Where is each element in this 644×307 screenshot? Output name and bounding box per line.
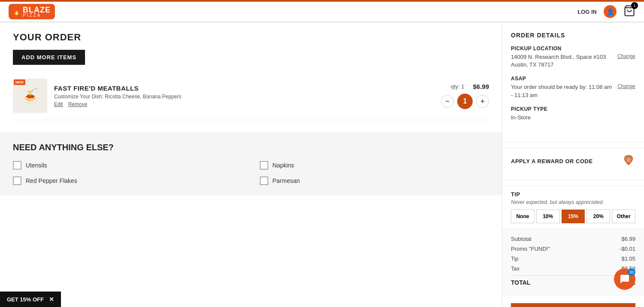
asap-row: Your order should be ready by: 11:08 am … [511,83,635,99]
napkins-checkbox[interactable] [260,161,268,170]
tip-summary-value: $1.05 [621,255,635,262]
increase-qty-button[interactable]: + [476,95,489,108]
tip-section: TIP Never expected, but always appreciat… [502,185,644,228]
parmesan-checkbox[interactable] [260,176,268,185]
tip-note: Never expected, but always appreciated. [511,199,635,205]
utensils-label: Utensils [26,162,47,169]
subtotal-row: Subtotal $6.99 [511,236,635,242]
edit-link[interactable]: Edit [54,101,63,107]
pickup-location-row: 14009 N. Research Blvd., Space #103 Aust… [511,53,635,69]
item-name: FAST FIRE'D MEATBALLS [54,85,434,92]
order-details-title: ORDER DETAILS [511,32,635,39]
tip-other-button[interactable]: Other [612,210,635,223]
header-right: LOG IN 👤 1 [577,5,635,18]
tip-20-button[interactable]: 20% [586,210,610,223]
cart-badge: 1 [631,2,638,9]
bottom-promo: GET 15% OFF ✕ [0,292,61,307]
red-pepper-label: Red Pepper Flakes [26,177,77,184]
your-order-section: YOUR ORDER ADD MORE ITEMS 🍝 NEW FAST FIR… [0,23,502,129]
tip-15-button[interactable]: 15% [562,210,585,223]
pickup-location-value: 14009 N. Research Blvd., Space #103 Aust… [511,53,614,69]
order-item: 🍝 NEW FAST FIRE'D MEATBALLS Customize Yo… [13,72,489,120]
extras-grid: Utensils Napkins Red Pepper Flakes Parme… [13,161,489,185]
need-anything-title: NEED ANYTHING ELSE? [13,143,489,152]
reward-icon [622,153,635,170]
flame-icon: 🔥 [13,8,20,15]
qty-controls: − 1 + [441,94,489,109]
tip-10-button[interactable]: 10% [536,210,560,223]
tip-label: TIP [511,191,635,198]
tax-row: Tax $0.58 [511,265,635,272]
asap-value: Your order should be ready by: 11:08 am … [511,83,614,99]
item-customize: Customize Your Dish: Ricotta Cheese, Ban… [54,94,434,100]
decrease-qty-button[interactable]: − [441,95,454,108]
asap-label: ASAP [511,76,635,82]
add-more-items-button[interactable]: ADD MORE ITEMS [13,50,85,65]
pickup-type-value: In-Store [511,114,635,122]
your-order-title: YOUR ORDER [13,32,489,43]
extra-utensils: Utensils [13,161,243,170]
tip-none-button[interactable]: None [511,210,535,223]
qty-number: 1 [457,94,473,109]
promo-value: -$0.01 [620,246,635,252]
item-qty-label: qty: 1 [451,83,465,90]
pickup-location-group: PICKUP LOCATION 14009 N. Research Blvd.,… [511,46,635,69]
parmesan-label: Parmesan [273,177,300,184]
promo-row: Promo "FUND!" -$0.01 [511,246,635,252]
right-panel: ORDER DETAILS PICKUP LOCATION 14009 N. R… [502,23,644,307]
user-icon[interactable]: 👤 [604,5,617,18]
item-details: FAST FIRE'D MEATBALLS Customize Your Dis… [54,85,434,107]
asap-group: ASAP Your order should be ready by: 11:0… [511,76,635,99]
utensils-checkbox[interactable] [13,161,21,170]
need-anything-section: NEED ANYTHING ELSE? Utensils Napkins Red… [0,132,502,195]
red-pepper-checkbox[interactable] [13,176,21,185]
cart-button[interactable]: 1 [623,5,635,18]
new-badge: NEW [14,79,25,85]
extra-red-pepper: Red Pepper Flakes [13,176,243,185]
item-qty-price: qty: 1 $6.99 − 1 + [441,83,489,109]
subtotal-label: Subtotal [511,236,532,242]
tip-options: None 10% 15% 20% Other [511,210,635,223]
extra-napkins: Napkins [260,161,489,170]
tip-row: Tip $1.05 [511,255,635,262]
login-button[interactable]: LOG IN [577,9,597,15]
pickup-location-label: PICKUP LOCATION [511,46,635,52]
tip-summary-label: Tip [511,255,519,262]
item-image: 🍝 NEW [13,79,47,113]
chat-badge: 30 [628,268,635,276]
napkins-label: Napkins [273,162,295,169]
tax-label: Tax [511,265,519,272]
order-details-section: ORDER DETAILS PICKUP LOCATION 14009 N. R… [502,23,644,137]
promo-close-button[interactable]: ✕ [49,296,54,303]
item-price: $6.99 [473,83,489,90]
pickup-type-group: PICKUP TYPE In-Store [511,106,635,122]
left-panel: YOUR ORDER ADD MORE ITEMS 🍝 NEW FAST FIR… [0,23,502,307]
reward-section[interactable]: APPLY A REWARD OR CODE [502,148,644,175]
logo[interactable]: 🔥 BLAZE PIZZA [9,4,55,19]
reward-label: APPLY A REWARD OR CODE [511,158,593,164]
promo-label: Promo "FUND!" [511,246,550,252]
extra-parmesan: Parmesan [260,176,489,185]
chat-button[interactable]: 30 [614,268,635,290]
pickup-type-label: PICKUP TYPE [511,106,635,112]
change-time-link[interactable]: Change [617,83,635,89]
checkout-button[interactable]: CHECKOUT [511,303,635,307]
change-location-link[interactable]: Change [617,53,635,59]
logo-text: BLAZE PIZZA [23,6,51,18]
item-actions: Edit Remove [54,101,434,107]
food-emoji: 🍝 [21,88,39,104]
subtotal-value: $6.99 [621,236,635,242]
remove-link[interactable]: Remove [68,101,88,107]
main-layout: YOUR ORDER ADD MORE ITEMS 🍝 NEW FAST FIR… [0,0,644,307]
total-label: TOTAL [511,279,530,286]
header: 🔥 BLAZE PIZZA LOG IN 👤 1 [0,0,644,21]
promo-text: GET 15% OFF [7,296,44,303]
